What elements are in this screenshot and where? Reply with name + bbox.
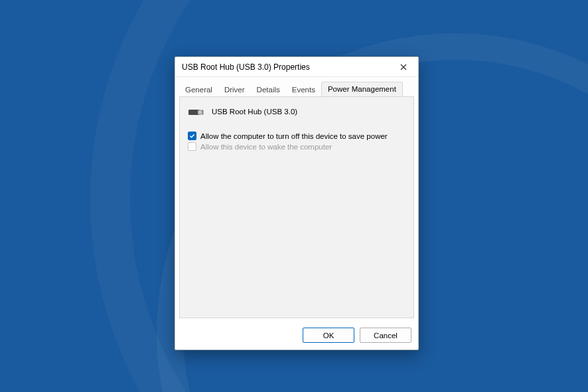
- option-allow-wake: Allow this device to wake the computer: [188, 142, 405, 151]
- usb-plug-icon: [188, 106, 205, 117]
- window-title: USB Root Hub (USB 3.0) Properties: [182, 62, 394, 72]
- tab-events[interactable]: Events: [286, 83, 321, 97]
- tabstrip: General Driver Details Events Power Mana…: [175, 77, 418, 96]
- ok-button[interactable]: OK: [303, 328, 354, 343]
- device-header: USB Root Hub (USB 3.0): [188, 106, 405, 117]
- option-allow-turn-off[interactable]: Allow the computer to turn off this devi…: [188, 132, 405, 140]
- titlebar: USB Root Hub (USB 3.0) Properties: [175, 57, 418, 77]
- cancel-button[interactable]: Cancel: [360, 328, 411, 343]
- tab-details[interactable]: Details: [251, 83, 286, 97]
- close-button[interactable]: [394, 60, 413, 74]
- tab-panel-power-management: USB Root Hub (USB 3.0) Allow the compute…: [179, 96, 414, 318]
- svg-rect-2: [188, 110, 199, 115]
- tab-general[interactable]: General: [179, 83, 218, 97]
- svg-rect-3: [198, 110, 203, 114]
- option-allow-wake-label: Allow this device to wake the computer: [200, 143, 332, 151]
- dialog-button-row: OK Cancel: [175, 322, 418, 349]
- tab-driver[interactable]: Driver: [218, 83, 251, 97]
- svg-rect-4: [202, 111, 203, 112]
- properties-dialog: USB Root Hub (USB 3.0) Properties Genera…: [175, 56, 419, 350]
- checkbox-allow-wake: [188, 142, 196, 151]
- checkbox-allow-turn-off[interactable]: [188, 132, 196, 140]
- tab-power-management[interactable]: Power Management: [321, 82, 403, 97]
- close-icon: [400, 64, 407, 70]
- device-name-label: USB Root Hub (USB 3.0): [212, 108, 297, 116]
- option-allow-turn-off-label: Allow the computer to turn off this devi…: [200, 132, 388, 140]
- checkmark-icon: [189, 133, 195, 139]
- svg-rect-5: [202, 113, 203, 114]
